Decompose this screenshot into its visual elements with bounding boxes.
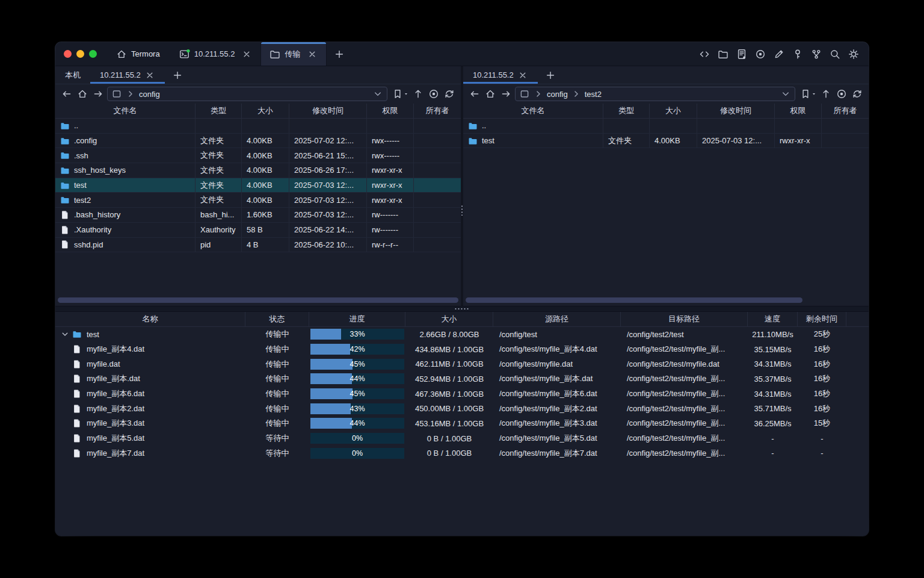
- column-header[interactable]: 名称: [55, 312, 245, 326]
- transfer-row[interactable]: myfile_副本7.dat 等待中 0% 0 B / 1.00GB /conf…: [55, 446, 869, 461]
- tab-remote-left[interactable]: 10.211.55.2: [90, 66, 165, 84]
- file-row[interactable]: .Xauthority Xauthority 58 B 2025-06-22 1…: [55, 223, 461, 238]
- settings-icon[interactable]: [848, 49, 859, 60]
- file-row[interactable]: .ssh 文件夹 4.00KB 2025-06-21 15:... rwx---…: [55, 148, 461, 163]
- close-icon[interactable]: [517, 70, 528, 81]
- minimize-window-button[interactable]: [76, 50, 84, 58]
- progress-percent-label: 43%: [310, 403, 404, 414]
- back-button[interactable]: [468, 87, 481, 101]
- tab-local[interactable]: 本机: [55, 66, 90, 84]
- file-row[interactable]: ..: [55, 119, 461, 134]
- column-header[interactable]: 速度: [748, 312, 798, 326]
- file-permissions-cell: rwxr-xr-x: [775, 134, 822, 149]
- close-icon[interactable]: [307, 49, 318, 60]
- column-header[interactable]: [846, 312, 869, 326]
- tab-termora-home[interactable]: Termora: [105, 42, 171, 66]
- column-header[interactable]: 类型: [196, 104, 242, 118]
- right-path-breadcrumb[interactable]: config test2: [515, 87, 795, 101]
- show-hidden-files-button[interactable]: [835, 87, 848, 101]
- breadcrumb-item[interactable]: config: [547, 90, 568, 99]
- column-header[interactable]: 大小: [650, 104, 697, 118]
- column-header[interactable]: 文件名: [463, 104, 603, 118]
- show-hidden-files-button[interactable]: [427, 87, 440, 101]
- transfer-row[interactable]: myfile_副本4.dat 传输中 42% 434.86MB / 1.00GB…: [55, 342, 869, 357]
- column-header[interactable]: 权限: [775, 104, 822, 118]
- left-path-breadcrumb[interactable]: config: [107, 87, 387, 101]
- file-row[interactable]: .bash_history bash_hi... 1.60KB 2025-07-…: [55, 208, 461, 223]
- right-horizontal-scrollbar[interactable]: [466, 297, 802, 303]
- right-add-tab-button[interactable]: [538, 66, 563, 84]
- titlebar-action-icons: [699, 42, 869, 66]
- folder-icon[interactable]: [718, 49, 728, 60]
- progress-percent-label: 33%: [310, 329, 404, 340]
- left-horizontal-scrollbar[interactable]: [58, 297, 458, 303]
- column-header[interactable]: 状态: [245, 312, 309, 326]
- column-header[interactable]: 修改时间: [289, 104, 367, 118]
- forward-button[interactable]: [91, 87, 105, 101]
- record-icon[interactable]: [755, 49, 766, 60]
- file-row[interactable]: ..: [463, 119, 869, 134]
- file-row[interactable]: test 文件夹 4.00KB 2025-07-03 12:... rwxr-x…: [55, 178, 461, 193]
- column-header[interactable]: 进度: [309, 312, 405, 326]
- transfer-row[interactable]: test 传输中 33% 2.66GB / 8.00GB /config/tes…: [55, 327, 869, 342]
- log-icon[interactable]: [736, 49, 747, 60]
- breadcrumb-item[interactable]: test2: [585, 90, 602, 99]
- refresh-button[interactable]: [443, 87, 456, 101]
- horizontal-splitter[interactable]: [55, 306, 869, 312]
- home-button[interactable]: [76, 87, 89, 101]
- expander-chevron-icon[interactable]: [60, 329, 70, 339]
- column-header[interactable]: 剩余时间: [798, 312, 846, 326]
- column-header[interactable]: 修改时间: [697, 104, 775, 118]
- tab-transfer[interactable]: 传输: [260, 42, 327, 66]
- transfer-row[interactable]: myfile_副本2.dat 传输中 43% 450.00MB / 1.00GB…: [55, 401, 869, 416]
- column-header[interactable]: 类型: [603, 104, 650, 118]
- file-permissions-cell: rwxr-xr-x: [367, 193, 414, 208]
- chevron-down-icon[interactable]: [372, 89, 383, 99]
- tab-remote-right[interactable]: 10.211.55.2: [463, 66, 538, 84]
- transfer-row[interactable]: myfile_副本6.dat 传输中 45% 467.36MB / 1.00GB…: [55, 387, 869, 402]
- column-header[interactable]: 大小: [405, 312, 493, 326]
- file-row[interactable]: .config 文件夹 4.00KB 2025-07-02 12:... rwx…: [55, 134, 461, 149]
- transfer-row[interactable]: myfile_副本.dat 传输中 44% 452.94MB / 1.00GB …: [55, 371, 869, 387]
- chevron-down-icon[interactable]: [780, 89, 791, 99]
- column-header[interactable]: 大小: [242, 104, 289, 118]
- parent-directory-button[interactable]: [411, 87, 425, 101]
- close-icon[interactable]: [241, 49, 252, 60]
- file-row[interactable]: test2 文件夹 4.00KB 2025-07-03 12:... rwxr-…: [55, 193, 461, 208]
- transfer-row[interactable]: myfile_副本3.dat 传输中 44% 453.16MB / 1.00GB…: [55, 416, 869, 431]
- search-icon[interactable]: [830, 49, 840, 60]
- folder-icon: [60, 136, 70, 146]
- transfer-row[interactable]: myfile.dat 传输中 45% 462.11MB / 1.00GB /co…: [55, 356, 869, 371]
- refresh-button[interactable]: [851, 87, 864, 101]
- breadcrumb-item[interactable]: config: [139, 90, 160, 99]
- file-row[interactable]: ssh_host_keys 文件夹 4.00KB 2025-06-26 17:.…: [55, 163, 461, 178]
- parent-directory-button[interactable]: [819, 87, 833, 101]
- left-add-tab-button[interactable]: [165, 66, 190, 84]
- edit-icon[interactable]: [774, 49, 784, 60]
- transfer-progress-cell: 43%: [309, 401, 405, 416]
- transfer-name-cell: myfile_副本6.dat: [55, 387, 245, 402]
- bookmark-button[interactable]: [392, 89, 409, 99]
- back-button[interactable]: [60, 87, 73, 101]
- column-header[interactable]: 权限: [367, 104, 414, 118]
- tab-ssh-session[interactable]: 10.211.55.2: [171, 42, 261, 66]
- fork-icon[interactable]: [811, 49, 822, 60]
- column-header[interactable]: 源路径: [493, 312, 621, 326]
- bookmark-button[interactable]: [800, 89, 817, 99]
- transfer-eta-cell: 25秒: [798, 327, 846, 342]
- code-icon[interactable]: [699, 49, 710, 60]
- column-header[interactable]: 所有者: [822, 104, 869, 118]
- forward-button[interactable]: [499, 87, 513, 101]
- column-header[interactable]: 文件名: [55, 104, 196, 118]
- home-button[interactable]: [484, 87, 497, 101]
- close-icon[interactable]: [144, 70, 155, 81]
- zoom-window-button[interactable]: [89, 50, 97, 58]
- column-header[interactable]: 所有者: [414, 104, 461, 118]
- transfer-row[interactable]: myfile_副本5.dat 等待中 0% 0 B / 1.00GB /conf…: [55, 431, 869, 446]
- file-row[interactable]: test 文件夹 4.00KB 2025-07-03 12:... rwxr-x…: [463, 134, 869, 149]
- close-window-button[interactable]: [64, 50, 72, 58]
- key-icon[interactable]: [792, 49, 803, 60]
- column-header[interactable]: 目标路径: [621, 312, 748, 326]
- new-tab-button[interactable]: [327, 42, 352, 66]
- file-row[interactable]: sshd.pid pid 4 B 2025-06-22 10:... rw-r-…: [55, 238, 461, 253]
